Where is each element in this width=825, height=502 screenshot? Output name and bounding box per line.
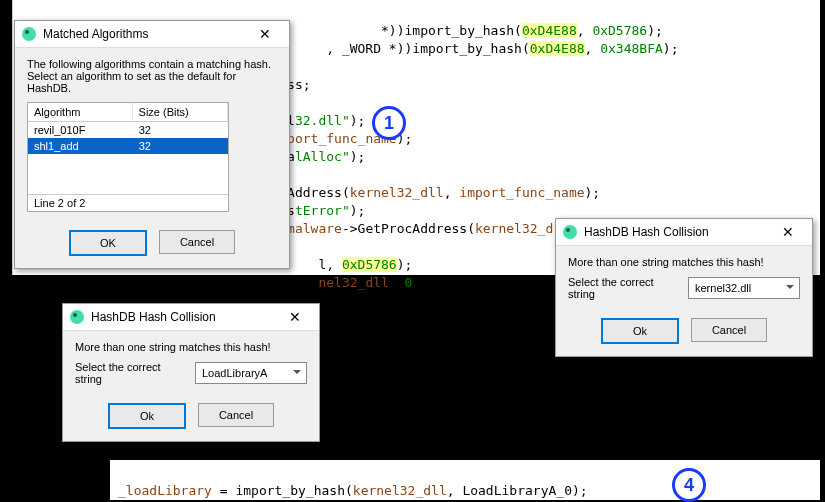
svg-point-4 [70,310,84,324]
string-select[interactable]: kernel32.dll [688,277,800,299]
dialog-title: HashDB Hash Collision [584,225,770,239]
dialog-message: Select an algorithm to set as the defaul… [27,70,277,94]
ok-button[interactable]: Ok [601,318,679,344]
hash-collision-dialog-2: HashDB Hash Collision ✕ More than one st… [555,218,813,357]
app-icon [562,224,578,240]
table-row[interactable]: shl1_add 32 [28,138,228,154]
ok-button[interactable]: OK [69,230,147,256]
table-row[interactable]: revil_010F 32 [28,122,228,138]
dialog-title: Matched Algorithms [43,27,247,41]
select-label: Select the correct string [75,361,185,385]
dialog-message: More than one string matches this hash! [75,341,307,353]
close-icon[interactable]: ✕ [770,224,806,240]
code-panel-bottom: _loadLibrary = import_by_hash(kernel32_d… [110,460,820,500]
dialog-message: More than one string matches this hash! [568,256,800,268]
hash-arg: 0xD4E88 [530,41,585,56]
svg-point-2 [563,225,577,239]
algorithm-table[interactable]: Algorithm Size (Bits) revil_010F 32 shl1… [27,102,229,212]
close-icon[interactable]: ✕ [247,26,283,42]
dialog-message: The following algorithms contain a match… [27,58,277,70]
col-header-algorithm[interactable]: Algorithm [28,103,133,121]
svg-point-5 [73,313,77,317]
hash-collision-dialog-3: HashDB Hash Collision ✕ More than one st… [62,303,320,442]
svg-point-1 [25,30,29,34]
step-marker-1: 1 [372,106,406,140]
hash-arg: 0xD4E88 [522,23,577,38]
string-select[interactable]: LoadLibraryA [195,362,307,384]
svg-point-0 [22,27,36,41]
app-icon [69,309,85,325]
matched-algorithms-dialog: Matched Algorithms ✕ The following algor… [14,20,290,269]
table-footer: Line 2 of 2 [28,194,228,211]
close-icon[interactable]: ✕ [277,309,313,325]
cancel-button[interactable]: Cancel [159,230,235,254]
svg-point-3 [566,228,570,232]
step-marker-4: 4 [672,468,706,502]
dialog-title: HashDB Hash Collision [91,310,277,324]
col-header-size[interactable]: Size (Bits) [133,103,228,121]
cancel-button[interactable]: Cancel [691,318,767,342]
ok-button[interactable]: Ok [108,403,186,429]
app-icon [21,26,37,42]
cancel-button[interactable]: Cancel [198,403,274,427]
select-label: Select the correct string [568,276,678,300]
